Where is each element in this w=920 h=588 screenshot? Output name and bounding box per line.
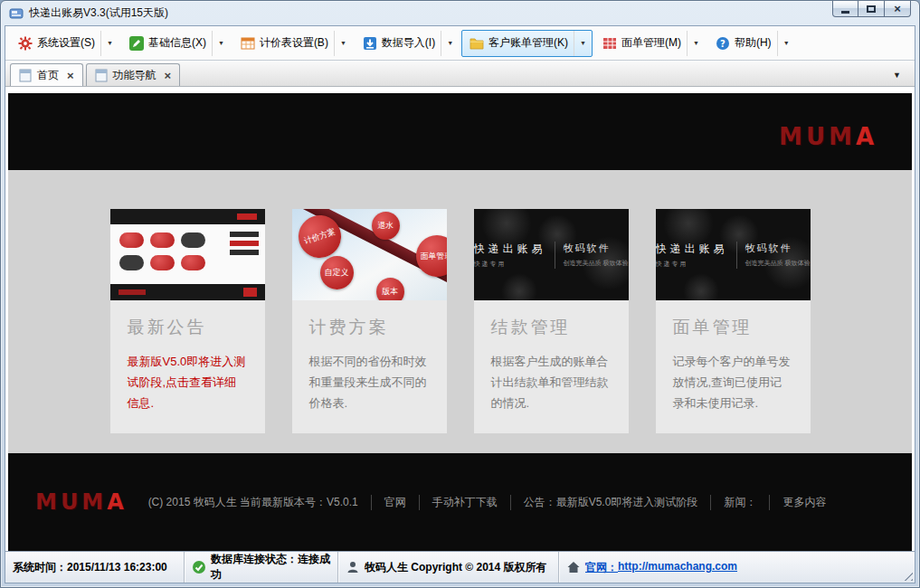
app-window: 快递出账易V3.3(试用15天版) × 系统设置(S) ▼ 基础信息(X) ▼ bbox=[0, 0, 920, 588]
card-pricing[interactable]: 计价方案 退水 面单管理 自定义 版本 计费方案 根据不同的省份和时效和重量段来… bbox=[292, 209, 447, 433]
page-icon bbox=[95, 69, 108, 82]
pricing-bubble: 面单管理 bbox=[416, 235, 447, 277]
dropdown-arrow-icon[interactable]: ▼ bbox=[212, 31, 224, 56]
toolbar-button-customer-bill[interactable]: 客户账单管理(K) ▼ bbox=[461, 30, 593, 57]
db-connected-icon bbox=[192, 560, 206, 574]
page-footer: MUMA (C) 2015 牧码人生 当前最新版本号：V5.0.1 官网 手动补… bbox=[8, 453, 912, 551]
data-import-icon bbox=[363, 36, 377, 51]
tab-label: 功能导航 bbox=[113, 68, 156, 83]
minimize-icon bbox=[841, 11, 849, 14]
toolbar-button-data-import[interactable]: 数据导入(I) ▼ bbox=[355, 30, 460, 57]
minimize-button[interactable] bbox=[832, 1, 858, 17]
window-title: 快递出账易V3.3(试用15天版) bbox=[29, 5, 168, 21]
card-title: 结款管理 bbox=[491, 316, 612, 339]
footer-announcement: 公告：最新版V5.0即将进入测试阶段 bbox=[510, 495, 711, 510]
logo-accent-text: A bbox=[107, 489, 128, 515]
toolbar-button-pricing-table[interactable]: 计价表设置(B) ▼ bbox=[232, 30, 353, 57]
resize-grip[interactable] bbox=[901, 552, 915, 583]
announcement-link-text[interactable]: 最新版V5.0即将进入测试阶段,点击查看详细信息. bbox=[128, 352, 248, 413]
card-pricing-image: 计价方案 退水 面单管理 自定义 版本 bbox=[292, 209, 447, 300]
titlebar[interactable]: 快递出账易V3.3(试用15天版) × bbox=[1, 1, 919, 25]
footer-link-more[interactable]: 更多内容 bbox=[769, 495, 839, 510]
toolbar-label: 客户账单管理(K) bbox=[488, 35, 568, 51]
company-slogan: 创造完美品质 极致体验 bbox=[745, 259, 811, 268]
toolbar-label: 帮助(H) bbox=[735, 35, 772, 51]
card-text: 记录每个客户的单号发放情况,查询已使用记录和未使用记录. bbox=[673, 352, 793, 413]
home-page: MUMA bbox=[5, 87, 915, 551]
customer-bill-folder-icon bbox=[469, 36, 484, 51]
status-website: 官网：http://mumachang.com bbox=[559, 552, 901, 583]
dropdown-arrow-icon[interactable]: ▼ bbox=[441, 31, 453, 56]
brand-subtitle: 快递专用 bbox=[656, 260, 728, 269]
card-title: 最新公告 bbox=[128, 316, 248, 339]
footer-copyright: (C) 2015 牧码人生 当前最新版本号：V5.0.1 bbox=[136, 495, 371, 510]
toolbar-button-basic-info[interactable]: 基础信息(X) ▼ bbox=[121, 30, 231, 57]
logo-accent-text: A bbox=[856, 123, 877, 150]
close-button[interactable]: × bbox=[885, 1, 911, 17]
close-icon: × bbox=[894, 3, 901, 14]
status-bar: 系统时间：2015/11/13 16:23:00 数据库连接状态：连接成功 牧码… bbox=[5, 551, 915, 583]
card-row: 最新公告 最新版V5.0即将进入测试阶段,点击查看详细信息. 计价方案 退水 面… bbox=[110, 209, 811, 433]
brand-name: 快递出账易 bbox=[474, 242, 546, 257]
toolbar: 系统设置(S) ▼ 基础信息(X) ▼ 计价表设置(B) ▼ bbox=[5, 26, 915, 61]
card-title: 面单管理 bbox=[673, 316, 793, 339]
page-icon bbox=[19, 69, 32, 82]
dropdown-arrow-icon[interactable]: ▼ bbox=[687, 31, 699, 56]
tab-bar: 首页 × 功能导航 × ▼ bbox=[5, 61, 915, 87]
maximize-icon bbox=[867, 5, 876, 13]
toolbar-button-help[interactable]: ? 帮助(H) ▼ bbox=[707, 30, 796, 57]
footer-links: (C) 2015 牧码人生 当前最新版本号：V5.0.1 官网 手动补丁下载 公… bbox=[81, 495, 839, 510]
card-text: 根据客户生成的账单合计出结款单和管理结款的情况. bbox=[491, 352, 612, 413]
system-settings-icon bbox=[18, 36, 33, 51]
home-icon bbox=[566, 560, 581, 574]
card-waybill[interactable]: 快递出账易 快递专用 牧码软件 创造完美品质 极致体验 面单管理 bbox=[656, 209, 811, 433]
card-settlement-image: 快递出账易 快递专用 牧码软件 创造完美品质 极致体验 bbox=[474, 209, 629, 300]
footer-link-patch-download[interactable]: 手动补丁下载 bbox=[419, 495, 510, 510]
toolbar-button-waybill[interactable]: 面单管理(M) ▼ bbox=[594, 30, 706, 57]
brand-name: 快递出账易 bbox=[656, 242, 728, 257]
muma-logo: MUMA bbox=[779, 123, 877, 150]
toolbar-label: 数据导入(I) bbox=[382, 35, 435, 51]
tab-navigation[interactable]: 功能导航 × bbox=[86, 63, 181, 86]
help-icon: ? bbox=[716, 36, 730, 51]
dropdown-arrow-icon[interactable]: ▼ bbox=[777, 31, 790, 56]
toolbar-label: 系统设置(S) bbox=[37, 35, 95, 51]
waybill-grid-icon bbox=[602, 36, 617, 51]
tab-list-dropdown-icon[interactable]: ▼ bbox=[884, 67, 910, 83]
dropdown-arrow-icon[interactable]: ▼ bbox=[100, 31, 113, 56]
company-name: 牧码软件 bbox=[745, 242, 811, 255]
tab-home[interactable]: 首页 × bbox=[10, 63, 83, 86]
pricing-bubble: 版本 bbox=[376, 278, 404, 300]
toolbar-label: 基础信息(X) bbox=[148, 35, 206, 51]
db-status-text: 数据库连接状态：连接成功 bbox=[211, 552, 330, 583]
basic-info-icon bbox=[129, 36, 144, 51]
tab-close-icon[interactable]: × bbox=[165, 70, 172, 81]
maximize-button[interactable] bbox=[858, 1, 885, 17]
website-url: http://mumachang.com bbox=[618, 560, 737, 575]
copyright-text: 牧码人生 Copyright © 2014 版权所有 bbox=[365, 560, 547, 575]
card-announcement-image bbox=[110, 209, 265, 300]
status-db-connection: 数据库连接状态：连接成功 bbox=[185, 552, 338, 583]
pricing-bubble: 自定义 bbox=[320, 256, 354, 289]
footer-link-website[interactable]: 官网 bbox=[371, 495, 419, 510]
content-area: 最新公告 最新版V5.0即将进入测试阶段,点击查看详细信息. 计价方案 退水 面… bbox=[8, 170, 912, 453]
toolbar-button-system-settings[interactable]: 系统设置(S) ▼ bbox=[10, 30, 119, 57]
card-waybill-image: 快递出账易 快递专用 牧码软件 创造完美品质 极致体验 bbox=[656, 209, 811, 300]
card-announcement[interactable]: 最新公告 最新版V5.0即将进入测试阶段,点击查看详细信息. bbox=[110, 209, 265, 433]
pricing-table-icon bbox=[241, 36, 255, 51]
app-icon bbox=[9, 6, 24, 21]
tab-label: 首页 bbox=[37, 68, 59, 83]
tab-close-icon[interactable]: × bbox=[67, 70, 74, 81]
app-body: 系统设置(S) ▼ 基础信息(X) ▼ 计价表设置(B) ▼ bbox=[5, 25, 915, 583]
website-link[interactable]: 官网：http://mumachang.com bbox=[585, 560, 737, 575]
pricing-bubble: 退水 bbox=[372, 212, 400, 240]
toolbar-label: 计价表设置(B) bbox=[260, 35, 328, 51]
dropdown-arrow-icon[interactable]: ▼ bbox=[334, 31, 346, 56]
hero-banner: MUMA bbox=[8, 93, 912, 170]
dropdown-arrow-icon[interactable]: ▼ bbox=[574, 31, 586, 56]
brand-subtitle: 快递专用 bbox=[474, 260, 546, 269]
person-icon bbox=[346, 560, 360, 574]
card-settlement[interactable]: 快递出账易 快递专用 牧码软件 创造完美品质 极致体验 结款管理 bbox=[474, 209, 629, 433]
footer-news-label: 新闻： bbox=[710, 495, 769, 510]
website-label: 官网： bbox=[585, 560, 618, 575]
